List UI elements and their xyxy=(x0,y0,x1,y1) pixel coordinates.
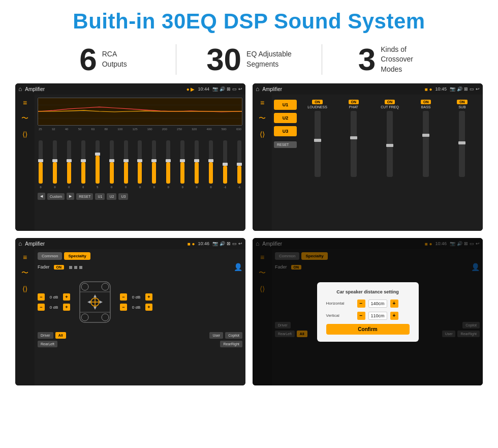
slider-handle-2[interactable] xyxy=(52,159,57,162)
u1-button[interactable]: U1 xyxy=(274,100,297,110)
slider-handle-1[interactable] xyxy=(38,159,43,162)
slider-track-7[interactable] xyxy=(124,140,128,184)
phat-slider[interactable] xyxy=(351,111,357,177)
all-button[interactable]: All xyxy=(55,332,66,339)
cutfreq-slider[interactable] xyxy=(387,111,393,177)
slider-track-4[interactable] xyxy=(81,140,85,184)
slider-handle-13[interactable] xyxy=(208,159,213,162)
speaker-icon-2[interactable]: ⟨⟩ xyxy=(260,130,265,138)
horizontal-minus-button[interactable]: − xyxy=(357,300,365,308)
slider-track-10[interactable] xyxy=(166,140,170,184)
amp-reset-button[interactable]: RESET xyxy=(274,141,297,148)
slider-track-3[interactable] xyxy=(67,140,71,184)
slider-handle-8[interactable] xyxy=(137,159,142,162)
user-icon[interactable]: 👤 xyxy=(234,263,242,271)
slider-handle-5[interactable] xyxy=(95,153,100,156)
slider-track-12[interactable] xyxy=(195,140,199,184)
eq-custom-button[interactable]: Custom xyxy=(47,193,65,200)
tab-common[interactable]: Common xyxy=(38,252,62,260)
back-icon-3[interactable]: ↩ xyxy=(238,241,242,246)
fr-plus-button[interactable]: + xyxy=(145,293,152,301)
screen-fader: ⌂ Amplifier ■ ● 10:46 📷 🔊 ⊠ ▭ ↩ ≡ 〜 ⟨⟩ xyxy=(15,238,245,385)
slider-handle-11[interactable] xyxy=(180,159,185,162)
phat-on-badge[interactable]: ON xyxy=(349,100,359,104)
slider-handle-15[interactable] xyxy=(237,163,242,166)
wave-icon-3[interactable]: 〜 xyxy=(21,268,28,278)
u3-button[interactable]: U3 xyxy=(274,126,297,136)
rl-plus-button[interactable]: + xyxy=(63,304,70,311)
slider-handle-9[interactable] xyxy=(151,159,157,162)
rearright-button[interactable]: RearRight xyxy=(220,341,242,347)
slider-track-1[interactable] xyxy=(39,140,43,184)
slider-track-2[interactable] xyxy=(53,140,57,184)
status-dots-1: ● ▶ xyxy=(186,86,195,92)
home-icon-2[interactable]: ⌂ xyxy=(256,85,259,93)
back-icon-2[interactable]: ↩ xyxy=(476,86,480,92)
eq-icon-1[interactable]: ≡ xyxy=(23,99,27,107)
eq-next-button[interactable]: ▶ xyxy=(67,193,74,200)
slider-track-9[interactable] xyxy=(152,140,156,184)
fader-on-badge[interactable]: ON xyxy=(54,265,65,270)
speaker-icon-1[interactable]: ⟨⟩ xyxy=(22,130,27,138)
sub-handle[interactable] xyxy=(458,141,465,144)
bass-on-badge[interactable]: ON xyxy=(421,100,431,104)
slider-track-6[interactable] xyxy=(110,140,114,184)
eq-prev-button[interactable]: ◀ xyxy=(38,193,45,200)
eq-u3-button[interactable]: U3 xyxy=(118,193,128,200)
slider-handle-6[interactable] xyxy=(109,159,114,162)
copilot-button[interactable]: Copilot xyxy=(225,332,242,339)
slider-handle-4[interactable] xyxy=(81,159,86,162)
eq-icon-2[interactable]: ≡ xyxy=(260,99,264,107)
slider-track-14[interactable] xyxy=(223,140,227,184)
cutfreq-on-badge[interactable]: ON xyxy=(385,100,395,104)
home-icon-1[interactable]: ⌂ xyxy=(18,85,22,93)
loudness-on-badge[interactable]: ON xyxy=(312,100,323,104)
slider-handle-12[interactable] xyxy=(194,159,199,162)
bass-slider[interactable] xyxy=(423,111,429,177)
driver-button[interactable]: Driver xyxy=(38,332,53,339)
fl-plus-button[interactable]: + xyxy=(63,293,70,301)
channel-phat: ON PHAT xyxy=(337,100,370,226)
tab-specialty[interactable]: Specialty xyxy=(64,252,90,260)
back-icon-1[interactable]: ↩ xyxy=(238,86,242,92)
slider-handle-10[interactable] xyxy=(166,159,171,162)
speaker-icon-3[interactable]: ⟨⟩ xyxy=(22,285,27,293)
loudness-slider[interactable] xyxy=(315,111,321,177)
rearleft-button[interactable]: RearLeft xyxy=(38,341,57,347)
confirm-button[interactable]: Confirm xyxy=(326,324,410,335)
fr-minus-button[interactable]: − xyxy=(120,293,127,301)
slider-handle-3[interactable] xyxy=(67,159,72,162)
slider-track-11[interactable] xyxy=(180,140,184,184)
eq-u2-button[interactable]: U2 xyxy=(107,193,116,200)
vertical-plus-button[interactable]: + xyxy=(390,312,398,320)
u2-button[interactable]: U2 xyxy=(274,113,297,123)
slider-track-5[interactable] xyxy=(96,140,100,184)
slider-track-13[interactable] xyxy=(209,140,213,184)
wave-icon-1[interactable]: 〜 xyxy=(21,114,28,123)
horizontal-plus-button[interactable]: + xyxy=(390,300,398,308)
rr-minus-button[interactable]: − xyxy=(120,304,127,311)
home-icon-3[interactable]: ⌂ xyxy=(18,240,22,247)
eq-reset-button[interactable]: RESET xyxy=(76,193,93,200)
bass-handle[interactable] xyxy=(422,134,429,137)
clock-3: 10:46 xyxy=(198,241,209,246)
eq-icon-3[interactable]: ≡ xyxy=(23,253,27,261)
loudness-handle[interactable] xyxy=(314,139,321,142)
eq-u1-button[interactable]: U1 xyxy=(95,193,105,200)
sub-slider[interactable] xyxy=(459,111,465,177)
rr-plus-button[interactable]: + xyxy=(145,304,152,311)
cutfreq-handle[interactable] xyxy=(386,144,393,147)
slider-handle-14[interactable] xyxy=(223,163,228,166)
fl-minus-button[interactable]: − xyxy=(38,293,45,301)
vertical-minus-button[interactable]: − xyxy=(357,312,365,320)
slider-handle-7[interactable] xyxy=(123,159,129,162)
slider-track-8[interactable] xyxy=(138,140,142,184)
slider-track-15[interactable] xyxy=(237,140,241,184)
sidebar-1: ≡ 〜 ⟨⟩ xyxy=(15,95,35,231)
phat-handle[interactable] xyxy=(350,136,357,139)
sub-on-badge[interactable]: ON xyxy=(457,100,468,104)
rl-minus-button[interactable]: − xyxy=(38,304,45,311)
wave-icon-2[interactable]: 〜 xyxy=(259,114,266,123)
user-btn[interactable]: User xyxy=(209,332,223,339)
freq-200: 200 xyxy=(162,128,167,131)
